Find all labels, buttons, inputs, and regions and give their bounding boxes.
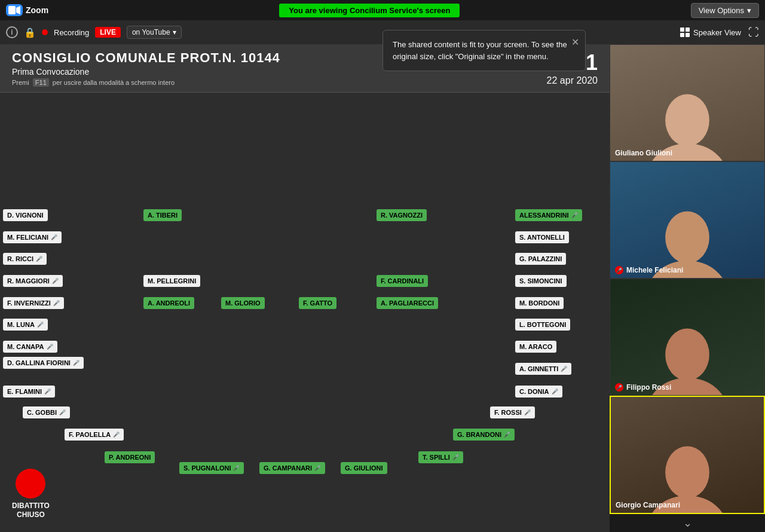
- tooltip-close-button[interactable]: ✕: [571, 35, 579, 50]
- mic-icon: 🎤: [113, 432, 120, 438]
- speaker-view-label: Speaker View: [693, 28, 741, 37]
- council-title: CONSIGLIO COMUNALE PROT.N. 10144: [12, 50, 280, 66]
- live-badge: LIVE: [95, 27, 121, 38]
- seat-badge-f-gatto[interactable]: F. GATTO: [299, 297, 336, 309]
- video-person-name: Filippo Rossi: [626, 383, 671, 392]
- council-hint: Premi F11 per uscire dalla modalità a sc…: [12, 79, 280, 86]
- seat-name: M. LUNA: [7, 321, 35, 328]
- seat-name: T. SPILLI: [423, 454, 450, 461]
- seat-badge-m-canapa[interactable]: M. CANAPA🎤: [3, 341, 57, 353]
- seat-badge-f-invernizzi[interactable]: F. INVERNIZZI🎤: [3, 297, 64, 309]
- seat-badge-m-araco[interactable]: M. ARACO: [515, 341, 556, 353]
- video-label-michele: 🎤Michele Feliciani: [615, 266, 683, 274]
- hint-suffix: per uscire dalla modalità a schermo inte…: [53, 79, 175, 86]
- mic-indicator: 🎤: [615, 383, 623, 392]
- recording-dot: [42, 29, 48, 35]
- scroll-down-button[interactable]: ⌄: [610, 514, 765, 532]
- seat-name: F. GATTO: [303, 299, 332, 307]
- seat-badge-d-gallina[interactable]: D. GALLINA FIORINI🎤: [3, 357, 84, 369]
- seat-badge-f-rossi[interactable]: F. ROSSI🎤: [490, 406, 535, 418]
- video-person-name: Giuliano Giulioni: [615, 149, 672, 157]
- fullscreen-button[interactable]: ⛶: [748, 26, 759, 39]
- seat-badge-alessandrini[interactable]: ALESSANDRINI🎤: [515, 209, 582, 221]
- seat-name: A. TIBERI: [148, 212, 178, 219]
- info-icon[interactable]: i: [6, 26, 18, 38]
- seat-badge-p-andreoni[interactable]: P. ANDREONI: [105, 451, 155, 463]
- seat-badge-r-ricci[interactable]: R. RICCI🎤: [3, 253, 47, 265]
- seat-badge-t-spilli[interactable]: T. SPILLI🎤: [418, 451, 463, 463]
- zoom-logo: Zoom: [6, 4, 48, 16]
- seat-name: M. BORDONI: [519, 299, 559, 307]
- seat-name: G. GIULIONI: [345, 464, 383, 472]
- seat-badge-m-pellegrini[interactable]: M. PELLEGRINI: [143, 275, 200, 287]
- seat-badge-d-vignoni[interactable]: D. VIGNONI: [3, 209, 48, 221]
- mic-icon: 🎤: [552, 389, 558, 395]
- seat-badge-m-bordoni[interactable]: M. BORDONI: [515, 297, 564, 309]
- dibattito-block: DIBATTITO CHIUSO: [12, 469, 50, 520]
- video-person-name: Giorgio Campanari: [616, 501, 680, 509]
- seat-badge-e-flamini[interactable]: E. FLAMINI🎤: [3, 386, 55, 398]
- seat-name: S. ANTONELLI: [519, 234, 565, 241]
- seat-name: D. GALLINA FIORINI: [7, 359, 71, 366]
- seat-name: F. CARDINALI: [381, 277, 424, 285]
- screen-share-text: You are viewing Concilium Service's scre…: [289, 6, 450, 15]
- mic-icon: 🎤: [53, 300, 60, 306]
- seat-badge-m-feliciani[interactable]: M. FELICIANI🎤: [3, 231, 62, 243]
- seat-badge-r-vagnozzi[interactable]: R. VAGNOZZI: [377, 209, 427, 221]
- seat-badge-a-tiberi[interactable]: A. TIBERI: [143, 209, 182, 221]
- video-tile-michele[interactable]: 🎤Michele Feliciani: [610, 161, 765, 279]
- seat-badge-g-giulioni[interactable]: G. GIULIONI: [341, 462, 387, 474]
- seat-badge-f-paolella[interactable]: F. PAOLELLA🎤: [65, 429, 124, 441]
- chevron-down-icon: ⌄: [683, 516, 692, 530]
- mic-icon: 🎤: [452, 454, 459, 460]
- seat-name: ALESSANDRINI: [519, 212, 569, 219]
- seat-badge-l-bottegoni[interactable]: L. BOTTEGONI: [515, 319, 570, 331]
- seat-badge-s-simoncini[interactable]: S. SIMONCINI: [515, 275, 567, 287]
- seat-name: R. VAGNOZZI: [381, 212, 423, 219]
- svg-point-7: [665, 328, 709, 380]
- dibattito-circle: [16, 469, 45, 499]
- video-tile-giorgio[interactable]: Giorgio Campanari: [610, 396, 765, 514]
- seat-name: C. GOBBI: [27, 409, 57, 416]
- seat-name: M. ARACO: [519, 343, 552, 350]
- seat-badge-r-maggiori[interactable]: R. MAGGIORI🎤: [3, 275, 63, 287]
- seat-name: C. DONIA: [519, 388, 549, 395]
- seat-name: A. GINNETTI: [519, 365, 558, 372]
- seat-badge-c-donia[interactable]: C. DONIA🎤: [515, 386, 562, 398]
- seat-badge-a-pagliarecci[interactable]: A. PAGLIARECCI: [377, 297, 438, 309]
- seat-badge-f-cardinali[interactable]: F. CARDINALI: [377, 275, 428, 287]
- mic-icon: 🎤: [36, 256, 42, 262]
- seat-badge-g-campanari[interactable]: G. CAMPANARI🎤: [259, 462, 325, 474]
- video-person-name: Michele Feliciani: [626, 266, 683, 274]
- svg-marker-1: [16, 6, 20, 14]
- seat-badge-g-brandoni[interactable]: G. BRANDONI🎤: [453, 429, 515, 441]
- seats-area: D. VIGNONIA. TIBERIR. VAGNOZZIALESSANDRI…: [0, 93, 610, 532]
- seat-badge-s-antonelli[interactable]: S. ANTONELLI: [515, 231, 569, 243]
- svg-point-3: [665, 94, 709, 146]
- fullscreen-icon: ⛶: [748, 26, 759, 38]
- dibattito-label: DIBATTITO CHIUSO: [12, 502, 50, 520]
- view-options-button[interactable]: View Options ▾: [691, 3, 759, 18]
- video-tile-filippo[interactable]: 🎤Filippo Rossi: [610, 279, 765, 396]
- seat-badge-g-palazzini[interactable]: G. PALAZZINI: [515, 253, 566, 265]
- seat-badge-c-gobbi[interactable]: C. GOBBI🎤: [23, 406, 70, 418]
- seat-name: P. ANDREONI: [109, 454, 151, 461]
- video-tile-giuliano[interactable]: Giuliano Giulioni: [610, 44, 765, 161]
- seat-badge-s-pugnaloni[interactable]: S. PUGNALONI🎤: [179, 462, 244, 474]
- mic-icon: 🎤: [504, 432, 510, 438]
- screen-share-area: CONSIGLIO COMUNALE PROT.N. 10144 Prima C…: [0, 44, 610, 532]
- youtube-button[interactable]: on YouTube ▾: [127, 26, 182, 39]
- seat-badge-m-luna[interactable]: M. LUNA🎤: [3, 319, 48, 331]
- seat-name: D. VIGNONI: [7, 212, 44, 219]
- speaker-view-button[interactable]: Speaker View: [680, 27, 741, 37]
- second-bar-right: Speaker View ⛶: [680, 26, 759, 39]
- seat-name: A. PAGLIARECCI: [381, 299, 434, 307]
- svg-rect-0: [8, 6, 16, 14]
- svg-point-5: [665, 211, 709, 263]
- mic-icon: 🎤: [44, 389, 51, 395]
- seat-badge-a-ginnetti[interactable]: A. GINNETTI🎤: [515, 363, 571, 375]
- seat-badge-a-andreoli[interactable]: A. ANDREOLI: [143, 297, 194, 309]
- seat-badge-m-glorio[interactable]: M. GLORIO: [221, 297, 265, 309]
- mic-icon: 🎤: [524, 409, 531, 415]
- seat-name: S. SIMONCINI: [519, 277, 562, 285]
